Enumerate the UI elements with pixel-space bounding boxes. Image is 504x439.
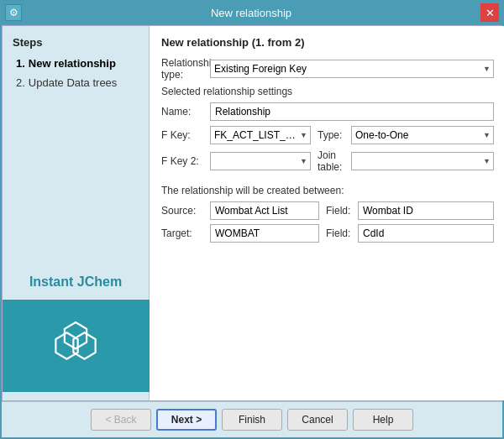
back-button[interactable]: < Back (91, 409, 151, 431)
svg-marker-1 (55, 332, 77, 359)
fkey2-label: F Key 2: (161, 155, 210, 167)
cancel-button[interactable]: Cancel (287, 409, 348, 431)
source-field-label: Field: (326, 205, 358, 217)
finish-button[interactable]: Finish (222, 409, 282, 431)
close-button[interactable]: ✕ (480, 3, 499, 22)
relationship-type-label: Relationship type: (161, 57, 210, 81)
steps-title: Steps (13, 36, 139, 49)
brand-label: Instant JChem (29, 274, 122, 290)
step-2-number: 2. (16, 76, 25, 89)
button-bar: < Back Next > Finish Cancel Help (2, 401, 502, 437)
step-2: 2. Update Data trees (13, 75, 139, 91)
relationship-type-select[interactable]: Existing Foreign Key New Foreign Key (210, 60, 494, 78)
window-title: New relationship (22, 7, 480, 19)
svg-marker-0 (65, 322, 87, 349)
source-value-input[interactable] (210, 201, 319, 220)
step-1: 1. New relationship (13, 55, 139, 71)
title-bar: ⚙ New relationship ✕ (0, 0, 504, 25)
type-select[interactable]: One-to-One One-to-Many Many-to-One (351, 126, 494, 144)
join-table-select[interactable] (351, 152, 494, 170)
steps-panel: Steps 1. New relationship 2. Update Data… (3, 26, 149, 101)
logo-area (3, 300, 150, 392)
fkey-row: F Key: FK_ACT_LIST_… Type: One-to-One On… (161, 126, 494, 144)
source-field-input[interactable] (358, 201, 494, 220)
name-label: Name: (161, 106, 210, 118)
fkey2-row: F Key 2: Join table: (161, 149, 494, 173)
target-field-label: Field: (326, 227, 358, 239)
fkey-select-wrapper: FK_ACT_LIST_… (210, 126, 311, 144)
section-label: Selected relationship settings (161, 86, 494, 97)
sidebar-bottom: Instant JChem (3, 101, 149, 400)
target-value-input[interactable] (210, 224, 319, 243)
target-label: Target: (161, 227, 210, 239)
relationship-type-row: Relationship type: Existing Foreign Key … (161, 57, 494, 81)
fkey-label: F Key: (161, 129, 210, 141)
fkey-select[interactable]: FK_ACT_LIST_… (210, 126, 311, 144)
fkey2-select-wrapper (210, 152, 311, 170)
fkey2-select[interactable] (210, 152, 311, 170)
type-label: Type: (318, 129, 351, 141)
type-select-wrapper: One-to-One One-to-Many Many-to-One (351, 126, 494, 144)
right-panel: New relationship (1. from 2) Relationshi… (150, 26, 504, 400)
name-row: Name: (161, 102, 494, 121)
sidebar: Steps 1. New relationship 2. Update Data… (3, 26, 150, 400)
logo-icon (46, 316, 105, 375)
source-row: Source: Field: (161, 201, 494, 220)
main-content: Steps 1. New relationship 2. Update Data… (2, 25, 502, 401)
join-table-label: Join table: (318, 149, 351, 173)
next-button[interactable]: Next > (156, 409, 217, 431)
relationship-type-wrapper: Existing Foreign Key New Foreign Key (210, 60, 494, 78)
relationship-desc: The relationship will be created between… (161, 185, 494, 196)
panel-title: New relationship (1. from 2) (161, 36, 494, 49)
svg-marker-2 (73, 332, 95, 359)
step-2-label: Update Data trees (29, 76, 118, 89)
target-field-input[interactable] (358, 224, 494, 243)
help-button[interactable]: Help (353, 409, 413, 431)
target-row: Target: Field: (161, 224, 494, 243)
join-table-select-wrapper (351, 152, 494, 170)
step-1-label: New relationship (29, 57, 116, 70)
name-input[interactable] (210, 102, 494, 121)
source-label: Source: (161, 205, 210, 217)
step-1-number: 1. (16, 57, 25, 70)
app-icon: ⚙ (5, 4, 22, 21)
